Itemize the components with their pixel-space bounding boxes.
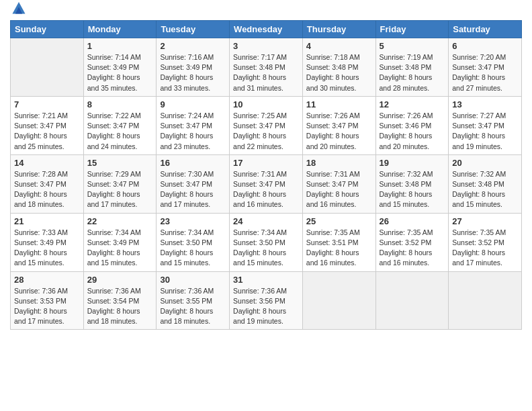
- day-info: Sunrise: 7:34 AM Sunset: 3:49 PM Dayligh…: [87, 228, 153, 269]
- day-number: 31: [233, 275, 299, 285]
- calendar-cell: 11Sunrise: 7:26 AM Sunset: 3:47 PM Dayli…: [302, 96, 375, 154]
- logo: [10, 9, 26, 15]
- day-info: Sunrise: 7:18 AM Sunset: 3:48 PM Dayligh…: [306, 52, 372, 93]
- weekday-header: Sunday: [11, 21, 84, 38]
- day-number: 17: [233, 158, 299, 168]
- calendar-cell: 30Sunrise: 7:36 AM Sunset: 3:55 PM Dayli…: [157, 271, 230, 330]
- day-number: 4: [306, 41, 372, 51]
- day-info: Sunrise: 7:35 AM Sunset: 3:52 PM Dayligh…: [380, 228, 445, 269]
- day-number: 6: [452, 41, 518, 51]
- day-number: 5: [380, 41, 445, 51]
- day-info: Sunrise: 7:19 AM Sunset: 3:48 PM Dayligh…: [380, 52, 445, 93]
- page-header: [10, 7, 522, 15]
- day-number: 30: [160, 275, 226, 285]
- calendar-cell: 17Sunrise: 7:31 AM Sunset: 3:47 PM Dayli…: [230, 154, 303, 213]
- calendar-cell: 16Sunrise: 7:30 AM Sunset: 3:47 PM Dayli…: [157, 154, 230, 213]
- day-number: 22: [87, 216, 153, 226]
- day-info: Sunrise: 7:35 AM Sunset: 3:51 PM Dayligh…: [306, 228, 372, 269]
- day-number: 26: [380, 216, 445, 226]
- day-number: 25: [306, 216, 372, 226]
- day-info: Sunrise: 7:27 AM Sunset: 3:47 PM Dayligh…: [452, 111, 518, 152]
- calendar-cell: 19Sunrise: 7:32 AM Sunset: 3:48 PM Dayli…: [375, 154, 449, 213]
- calendar-cell: 3Sunrise: 7:17 AM Sunset: 3:48 PM Daylig…: [230, 38, 303, 97]
- day-number: 14: [14, 158, 80, 168]
- day-number: 10: [233, 99, 299, 109]
- weekday-header: Tuesday: [157, 21, 230, 38]
- calendar-week-row: 1Sunrise: 7:14 AM Sunset: 3:49 PM Daylig…: [11, 38, 522, 97]
- calendar-cell: 1Sunrise: 7:14 AM Sunset: 3:49 PM Daylig…: [83, 38, 157, 97]
- day-info: Sunrise: 7:36 AM Sunset: 3:54 PM Dayligh…: [87, 286, 153, 327]
- day-number: 27: [452, 216, 518, 226]
- calendar-cell: 21Sunrise: 7:33 AM Sunset: 3:49 PM Dayli…: [11, 213, 84, 271]
- day-number: 18: [306, 158, 372, 168]
- day-number: 19: [380, 158, 445, 168]
- day-info: Sunrise: 7:34 AM Sunset: 3:50 PM Dayligh…: [233, 228, 299, 269]
- calendar-cell: 9Sunrise: 7:24 AM Sunset: 3:47 PM Daylig…: [157, 96, 230, 154]
- day-number: 8: [87, 99, 153, 109]
- day-info: Sunrise: 7:32 AM Sunset: 3:48 PM Dayligh…: [452, 169, 518, 210]
- calendar-cell: 23Sunrise: 7:34 AM Sunset: 3:50 PM Dayli…: [157, 213, 230, 271]
- calendar-cell: 18Sunrise: 7:31 AM Sunset: 3:47 PM Dayli…: [302, 154, 375, 213]
- day-info: Sunrise: 7:30 AM Sunset: 3:47 PM Dayligh…: [160, 169, 226, 210]
- weekday-header: Wednesday: [230, 21, 303, 38]
- day-info: Sunrise: 7:28 AM Sunset: 3:47 PM Dayligh…: [14, 169, 80, 210]
- page-container: SundayMondayTuesdayWednesdayThursdayFrid…: [0, 0, 532, 336]
- day-number: 23: [160, 216, 226, 226]
- day-info: Sunrise: 7:35 AM Sunset: 3:52 PM Dayligh…: [452, 228, 518, 269]
- calendar-cell: 10Sunrise: 7:25 AM Sunset: 3:47 PM Dayli…: [230, 96, 303, 154]
- day-info: Sunrise: 7:33 AM Sunset: 3:49 PM Dayligh…: [14, 228, 80, 269]
- calendar-cell: 2Sunrise: 7:16 AM Sunset: 3:49 PM Daylig…: [157, 38, 230, 97]
- day-number: 29: [87, 275, 153, 285]
- weekday-header: Thursday: [302, 21, 375, 38]
- calendar-cell: 29Sunrise: 7:36 AM Sunset: 3:54 PM Dayli…: [83, 271, 157, 330]
- logo-icon: [11, 0, 26, 15]
- day-info: Sunrise: 7:24 AM Sunset: 3:47 PM Dayligh…: [160, 111, 226, 152]
- calendar-week-row: 28Sunrise: 7:36 AM Sunset: 3:53 PM Dayli…: [11, 271, 522, 330]
- calendar-cell: 12Sunrise: 7:26 AM Sunset: 3:46 PM Dayli…: [375, 96, 449, 154]
- day-info: Sunrise: 7:14 AM Sunset: 3:49 PM Dayligh…: [87, 52, 153, 93]
- day-info: Sunrise: 7:34 AM Sunset: 3:50 PM Dayligh…: [160, 228, 226, 269]
- day-info: Sunrise: 7:36 AM Sunset: 3:55 PM Dayligh…: [160, 286, 226, 327]
- day-number: 21: [14, 216, 80, 226]
- day-info: Sunrise: 7:25 AM Sunset: 3:47 PM Dayligh…: [233, 111, 299, 152]
- day-number: 12: [380, 99, 445, 109]
- calendar-cell: [375, 271, 449, 330]
- weekday-header: Friday: [375, 21, 449, 38]
- day-number: 11: [306, 99, 372, 109]
- calendar-cell: 25Sunrise: 7:35 AM Sunset: 3:51 PM Dayli…: [302, 213, 375, 271]
- calendar-cell: 6Sunrise: 7:20 AM Sunset: 3:47 PM Daylig…: [449, 38, 522, 97]
- day-number: 2: [160, 41, 226, 51]
- day-number: 3: [233, 41, 299, 51]
- calendar-week-row: 21Sunrise: 7:33 AM Sunset: 3:49 PM Dayli…: [11, 213, 522, 271]
- day-number: 15: [87, 158, 153, 168]
- day-number: 1: [87, 41, 153, 51]
- calendar-cell: 7Sunrise: 7:21 AM Sunset: 3:47 PM Daylig…: [11, 96, 84, 154]
- day-info: Sunrise: 7:31 AM Sunset: 3:47 PM Dayligh…: [306, 169, 372, 210]
- day-number: 13: [452, 99, 518, 109]
- calendar-cell: 8Sunrise: 7:22 AM Sunset: 3:47 PM Daylig…: [83, 96, 157, 154]
- day-info: Sunrise: 7:17 AM Sunset: 3:48 PM Dayligh…: [233, 52, 299, 93]
- calendar-cell: 15Sunrise: 7:29 AM Sunset: 3:47 PM Dayli…: [83, 154, 157, 213]
- day-info: Sunrise: 7:26 AM Sunset: 3:46 PM Dayligh…: [380, 111, 445, 152]
- calendar-body: 1Sunrise: 7:14 AM Sunset: 3:49 PM Daylig…: [11, 38, 522, 330]
- day-number: 9: [160, 99, 226, 109]
- day-number: 20: [452, 158, 518, 168]
- calendar-cell: 22Sunrise: 7:34 AM Sunset: 3:49 PM Dayli…: [83, 213, 157, 271]
- calendar-cell: [11, 38, 84, 97]
- calendar-cell: 26Sunrise: 7:35 AM Sunset: 3:52 PM Dayli…: [375, 213, 449, 271]
- calendar-week-row: 14Sunrise: 7:28 AM Sunset: 3:47 PM Dayli…: [11, 154, 522, 213]
- day-info: Sunrise: 7:16 AM Sunset: 3:49 PM Dayligh…: [160, 52, 226, 93]
- calendar-cell: 28Sunrise: 7:36 AM Sunset: 3:53 PM Dayli…: [11, 271, 84, 330]
- day-number: 7: [14, 99, 80, 109]
- calendar-cell: 14Sunrise: 7:28 AM Sunset: 3:47 PM Dayli…: [11, 154, 84, 213]
- day-info: Sunrise: 7:21 AM Sunset: 3:47 PM Dayligh…: [14, 111, 80, 152]
- calendar-cell: 24Sunrise: 7:34 AM Sunset: 3:50 PM Dayli…: [230, 213, 303, 271]
- calendar-week-row: 7Sunrise: 7:21 AM Sunset: 3:47 PM Daylig…: [11, 96, 522, 154]
- day-number: 16: [160, 158, 226, 168]
- day-number: 24: [233, 216, 299, 226]
- calendar-cell: 27Sunrise: 7:35 AM Sunset: 3:52 PM Dayli…: [449, 213, 522, 271]
- calendar-cell: 20Sunrise: 7:32 AM Sunset: 3:48 PM Dayli…: [449, 154, 522, 213]
- calendar-cell: 5Sunrise: 7:19 AM Sunset: 3:48 PM Daylig…: [375, 38, 449, 97]
- weekday-header: Monday: [83, 21, 157, 38]
- calendar-table: SundayMondayTuesdayWednesdayThursdayFrid…: [10, 20, 522, 330]
